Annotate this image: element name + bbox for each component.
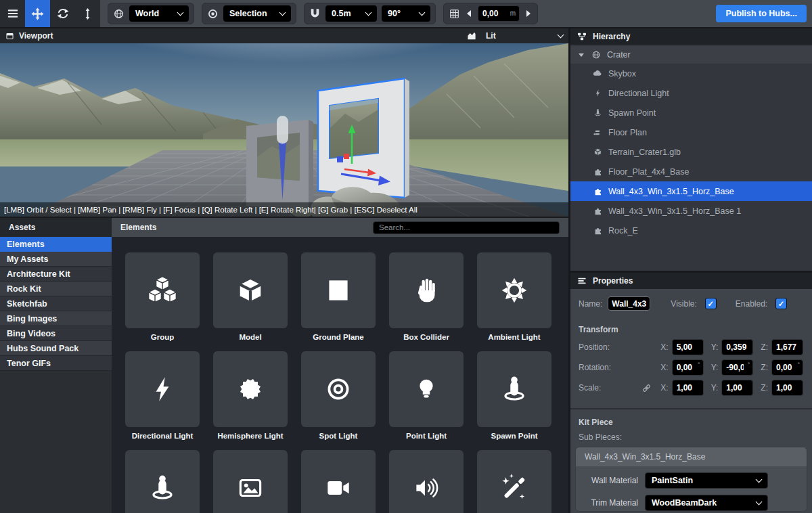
element-item-point-light[interactable]: Point Light (389, 351, 464, 441)
spawn-icon (593, 108, 602, 118)
element-item-ambient-light[interactable]: Ambient Light (477, 252, 551, 342)
hierarchy-item-wall-selected[interactable]: Wall_4x3_Win_3x1.5_Horz_Base (570, 181, 812, 201)
rotation-row: Rotation: X: ° Y: ° Z: ° (570, 359, 812, 376)
element-item-group[interactable]: Group (125, 252, 200, 342)
trim-material-row: Trim Material WoodBeamDark (576, 495, 807, 511)
position-z-input[interactable] (771, 339, 803, 355)
scale-icon (82, 8, 93, 20)
elements-header: Elements (112, 218, 568, 237)
element-item-magic-wand[interactable] (477, 450, 551, 513)
snap-rotate-select[interactable]: 90° (382, 5, 430, 22)
element-item-directional-light[interactable]: Directional Light (125, 351, 200, 441)
kit-piece-title: Kit Piece (570, 409, 812, 427)
viewport-status-bar: [LMB] Orbit / Select | [MMB] Pan | [RMB]… (0, 202, 568, 217)
assets-tab-hubs-sound-pack[interactable]: Hubs Sound Pack (0, 341, 112, 356)
assets-tab-rock-kit[interactable]: Rock Kit (0, 282, 112, 296)
snap-rotate-value: 90° (388, 9, 401, 18)
floor-plan-icon (593, 128, 602, 137)
rotation-z-input[interactable] (771, 359, 803, 376)
hierarchy-header: Hierarchy (570, 28, 812, 45)
name-row: Name: Visible: Enabled: (570, 289, 812, 311)
visible-checkbox[interactable] (705, 298, 717, 309)
element-item-image[interactable] (213, 450, 288, 513)
assets-tab-bing-images[interactable]: Bing Images (0, 311, 112, 326)
assets-tab-tenor-gifs[interactable]: Tenor GIFs (0, 356, 112, 371)
assets-tab-architecture-kit[interactable]: Architecture Kit (0, 267, 112, 282)
scale-x-input[interactable] (672, 380, 704, 396)
hierarchy-title: Hierarchy (593, 32, 630, 41)
assets-tab-my-assets[interactable]: My Assets (0, 252, 112, 267)
grid-height-input[interactable] (478, 5, 520, 22)
hierarchy-item-floor-plan[interactable]: Floor Plan (570, 122, 812, 142)
properties-title: Properties (593, 276, 633, 286)
hand-icon (411, 275, 442, 306)
rotation-x-input[interactable] (672, 359, 704, 376)
snap-translate-select[interactable]: 0.5m (325, 5, 377, 22)
tab-label: Rock Kit (7, 284, 41, 294)
rotation-y-input[interactable] (721, 359, 753, 376)
element-item-model[interactable]: Model (213, 252, 288, 342)
trim-material-select[interactable]: WoodBeamDark (645, 495, 768, 511)
transform-pivot-select[interactable]: Selection (223, 5, 291, 22)
assets-tab-sketchfab[interactable]: Sketchfab (0, 296, 112, 311)
transform-space-select[interactable]: World (129, 5, 189, 22)
scale-tool-button[interactable] (75, 0, 100, 27)
window-icon (5, 32, 14, 41)
scale-y-input[interactable] (721, 380, 753, 396)
move-icon (31, 7, 44, 20)
wall-material-select[interactable]: PaintSatin (645, 472, 768, 489)
grid-height-decrement[interactable] (465, 6, 473, 21)
element-item-spawn-point[interactable]: Spawn Point (477, 351, 551, 441)
grid-height-increment[interactable] (524, 6, 533, 21)
top-toolbar: World Selection 0.5m 90° m Publish to Hu… (0, 0, 812, 27)
translate-tool-button[interactable] (25, 0, 50, 27)
element-item-audio[interactable] (389, 450, 464, 513)
sub-piece-card: Wall_4x3_Win_3x1.5_Horz_Base Wall Materi… (575, 447, 807, 512)
chevron-down-icon (279, 9, 286, 16)
hierarchy-item-floor-plat[interactable]: Floor_Plat_4x4_Base (570, 162, 812, 181)
assets-tab-bing-videos[interactable]: Bing Videos (0, 326, 112, 341)
position-y-input[interactable] (721, 339, 753, 355)
hierarchy-item-skybox[interactable]: Skybox (570, 64, 812, 83)
kit-piece-icon (593, 206, 602, 216)
search-input[interactable] (373, 221, 560, 234)
rotate-tool-button[interactable] (50, 0, 75, 27)
viewport-header: Viewport Lit (0, 28, 568, 43)
axis-z-label: Z: (761, 363, 768, 372)
link-icon[interactable] (641, 383, 652, 393)
hierarchy-item-label: Terrain_Crater1.glb (608, 148, 681, 157)
hierarchy-item-terrain[interactable]: Terrain_Crater1.glb (570, 142, 812, 162)
menu-button[interactable] (0, 0, 25, 27)
element-item-hemisphere-light[interactable]: Hemisphere Light (213, 351, 288, 441)
hierarchy-item-label: Wall_4x3_Win_3x1.5_Horz_Base 1 (608, 206, 741, 216)
position-x-input[interactable] (672, 339, 704, 355)
hierarchy-item-spawn-point[interactable]: Spawn Point (570, 103, 812, 122)
enabled-checkbox[interactable] (775, 298, 787, 309)
globe-icon (591, 50, 601, 60)
shading-mode-select[interactable]: Lit (467, 31, 563, 41)
transform-space-value: World (135, 9, 159, 18)
element-item-video[interactable] (301, 450, 376, 513)
scale-z-input[interactable] (771, 380, 803, 396)
assets-tab-elements[interactable]: Elements (0, 237, 112, 252)
caret-down-icon[interactable] (579, 53, 584, 57)
axis-y-label: Y: (711, 363, 719, 372)
hierarchy-item-directional-light[interactable]: Directional Light (570, 83, 812, 103)
name-input[interactable] (608, 296, 650, 311)
element-label: Hemisphere Light (217, 432, 283, 441)
transform-pivot-group: Selection (202, 3, 296, 24)
lightbulb-icon (411, 374, 442, 405)
publish-button[interactable]: Publish to Hubs... (716, 5, 807, 22)
element-item-way-point[interactable] (125, 450, 200, 513)
element-item-box-collider[interactable]: Box Collider (389, 252, 464, 342)
hierarchy-item-wall-1[interactable]: Wall_4x3_Win_3x1.5_Horz_Base 1 (570, 201, 812, 221)
hierarchy-item-rock-e[interactable]: Rock_E (570, 221, 812, 240)
axis-z-label: Z: (761, 383, 768, 393)
tab-label: Bing Images (7, 314, 57, 324)
element-item-spot-light[interactable]: Spot Light (301, 351, 376, 441)
hierarchy-item-crater[interactable]: Crater (570, 46, 812, 64)
rotate-icon (57, 7, 69, 20)
tab-label: Sketchfab (7, 299, 47, 309)
element-item-ground-plane[interactable]: Ground Plane (301, 252, 376, 342)
3d-scene-canvas[interactable]: [LMB] Orbit / Select | [MMB] Pan | [RMB]… (0, 43, 568, 217)
